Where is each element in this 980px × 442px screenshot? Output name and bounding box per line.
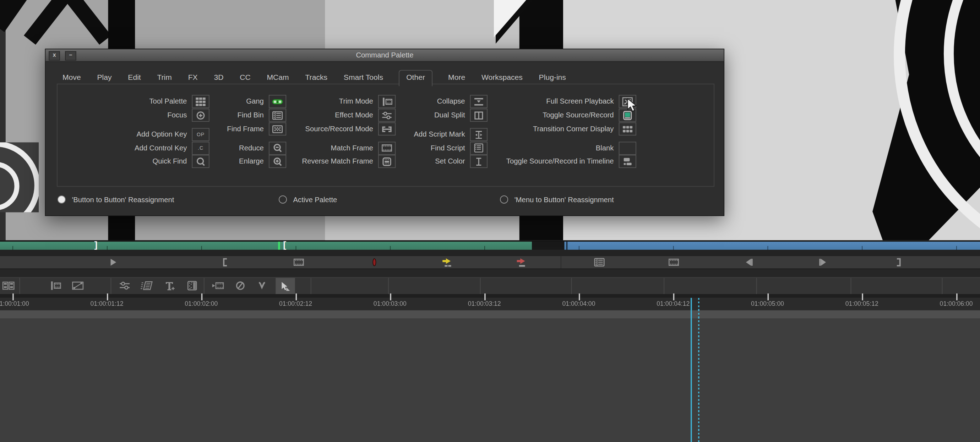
active-palette-label: Active Palette	[293, 196, 337, 203]
transport-divider	[561, 256, 562, 269]
play-button[interactable]	[106, 257, 120, 268]
position-bar-blue-edge	[566, 242, 568, 250]
tab-3d[interactable]: 3D	[213, 71, 224, 85]
record-button[interactable]	[368, 257, 381, 268]
video-corner-wedge	[0, 0, 30, 32]
timecode-ruler[interactable]: 01:00:01:0001:00:01:1201:00:02:0001:00:0…	[0, 298, 980, 311]
position-bar-tick	[484, 246, 485, 250]
toolbar-divider	[851, 278, 851, 294]
timeline-gap	[0, 250, 980, 255]
position-bar-tick	[862, 246, 862, 250]
timecode-label: 01:00:03:00	[374, 301, 407, 307]
tab-tracks[interactable]: Tracks	[305, 71, 328, 85]
step-backward-button[interactable]	[742, 257, 756, 268]
keyframe-icon	[71, 280, 85, 291]
ruler-tick	[673, 293, 675, 300]
overwrite-button[interactable]	[514, 257, 528, 268]
mark-out-bracket: ]	[94, 239, 98, 250]
ruler-tick	[13, 293, 14, 300]
window-title: Command Palette	[45, 49, 724, 61]
window-titlebar[interactable]: x – Command Palette	[45, 49, 724, 62]
toolbar-divider	[311, 278, 312, 294]
timecode-label: 01:00:04:12	[657, 301, 690, 307]
mark-in-icon	[219, 257, 232, 268]
timeline-toolbar	[0, 277, 980, 295]
ruler-tick	[579, 293, 580, 300]
tab-move[interactable]: Move	[62, 71, 81, 85]
grain-icon	[185, 280, 199, 291]
tab-play[interactable]: Play	[97, 71, 113, 85]
ruler-tick	[484, 293, 486, 300]
play-clip-button[interactable]	[210, 280, 225, 291]
tab-fx[interactable]: FX	[188, 71, 199, 85]
grain-effect-button[interactable]	[185, 280, 199, 291]
effect-mode-button[interactable]	[71, 280, 85, 291]
motion-film-icon	[140, 280, 154, 291]
toggle-source-record-in-timeline-button[interactable]	[2, 280, 16, 291]
timecode-label: 01:00:02:00	[185, 301, 218, 307]
minimize-button[interactable]: –	[65, 51, 76, 60]
position-bar-tick	[296, 246, 296, 250]
close-button[interactable]: x	[49, 51, 60, 60]
playhead-ghost-line	[698, 298, 700, 442]
tab-edit[interactable]: Edit	[127, 71, 142, 85]
audio-curve-button[interactable]	[256, 280, 270, 291]
match-frame-button[interactable]	[667, 257, 681, 268]
title-tool-button[interactable]	[162, 280, 177, 291]
null-icon	[233, 280, 248, 291]
ruler-tick	[201, 293, 203, 300]
position-bar-tick	[390, 246, 391, 250]
timeline-position-bar[interactable]: ] [	[0, 241, 980, 250]
tab-mcam[interactable]: MCam	[266, 71, 290, 85]
timecode-label: 01:00:04:00	[562, 301, 595, 307]
command-palette-window: x – Command Palette MovePlayEditTrimFX3D…	[45, 49, 724, 216]
tab-plug-ins[interactable]: Plug-ins	[538, 71, 567, 85]
find-bin-button[interactable]	[593, 257, 606, 268]
effect-editor-button[interactable]	[118, 280, 132, 291]
dual-split-label: Dual Split	[328, 109, 465, 122]
trim-mode-button[interactable]	[48, 280, 62, 291]
tab-trim[interactable]: Trim	[157, 71, 173, 85]
step-forward-button[interactable]	[816, 257, 830, 268]
collapse-label: Collapse	[328, 95, 465, 108]
trim-film-icon	[48, 280, 62, 291]
no-tool-button[interactable]	[233, 280, 248, 291]
segment-mode-button[interactable]	[278, 280, 292, 291]
toolbar-divider	[111, 278, 111, 294]
overwrite-icon	[514, 257, 528, 268]
grid-3x2-icon	[619, 123, 636, 135]
transition-corner-display-button[interactable]	[619, 122, 636, 136]
toolbar-divider	[388, 278, 389, 294]
blank-button[interactable]	[619, 141, 636, 155]
active-palette-radio[interactable]	[279, 195, 287, 204]
tl-src-rec-icon	[619, 155, 636, 167]
tab-workspaces[interactable]: Workspaces	[481, 71, 523, 85]
timeline-edit-area[interactable]	[0, 318, 980, 442]
splice-in-button[interactable]	[440, 257, 454, 268]
position-bar-green-segment[interactable]	[0, 242, 532, 250]
transport-bar	[0, 255, 980, 269]
segment-mode-cell	[275, 278, 295, 294]
tab-more[interactable]: More	[447, 71, 466, 85]
ruler-tick	[107, 293, 108, 300]
toolbar-divider	[571, 278, 572, 294]
tab-cc[interactable]: CC	[239, 71, 251, 85]
play-in-to-out-button[interactable]	[292, 257, 306, 268]
toggle-source-record-in-timeline-button[interactable]	[619, 155, 636, 168]
menu-to-button-reassignment-radio[interactable]	[500, 195, 508, 204]
ruler-tick	[768, 293, 769, 300]
tab-other[interactable]: Other	[399, 70, 433, 86]
position-bar-blue-segment[interactable]	[564, 242, 980, 250]
button-to-button-reassignment-radio[interactable]	[57, 195, 66, 204]
filmstrip-icon	[292, 257, 306, 268]
playhead[interactable]	[690, 298, 692, 442]
timecode-label: 01:00:01:00	[0, 301, 29, 307]
tab-smart-tools[interactable]: Smart Tools	[343, 71, 384, 85]
motion-effect-button[interactable]	[140, 280, 154, 291]
timeline-gap	[0, 269, 980, 277]
timecode-label: 01:00:05:12	[845, 301, 878, 307]
mark-out-button[interactable]	[891, 257, 905, 268]
mark-in-button[interactable]	[219, 257, 232, 268]
blank	[619, 142, 636, 154]
position-bar-tick	[956, 246, 957, 250]
